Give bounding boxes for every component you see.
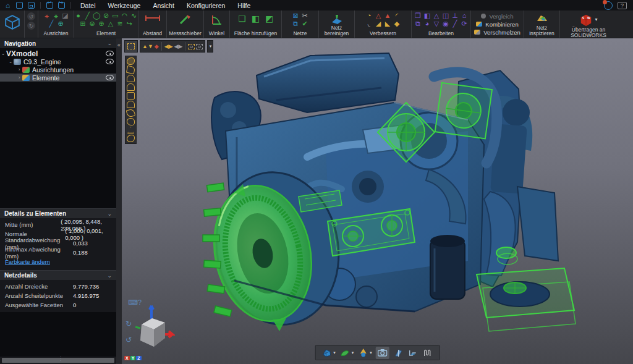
invert-selection-icon[interactable]: ◆ bbox=[155, 44, 159, 49]
element-details-header[interactable]: Details zu Elementen ⌄ bbox=[0, 208, 116, 218]
inspect-mesh-icon[interactable] bbox=[536, 14, 548, 23]
dome-select-tool[interactable] bbox=[127, 75, 135, 82]
add-surface-patch-icon[interactable]: ◩ bbox=[265, 15, 274, 23]
align-plane-icon[interactable]: ◪ bbox=[61, 12, 70, 20]
element-arc-icon[interactable]: ◠ bbox=[121, 12, 129, 20]
add-surface-fill-icon[interactable]: ◧ bbox=[252, 15, 260, 23]
edit-rotate-icon[interactable]: ⟳ bbox=[460, 20, 469, 28]
align-axes-icon[interactable]: ⚹ bbox=[43, 12, 51, 20]
visibility-eye-icon[interactable] bbox=[106, 59, 114, 64]
mesh-copy-icon[interactable]: ⧉ bbox=[291, 20, 300, 28]
select-through-icon[interactable] bbox=[196, 44, 203, 49]
menu-konfigurieren[interactable]: Konfigurieren bbox=[181, 1, 231, 11]
engine-3d-model[interactable] bbox=[122, 38, 633, 364]
solidworks-dropdown-caret[interactable]: ▾ bbox=[595, 17, 597, 22]
half-dome-select-tool[interactable] bbox=[127, 101, 135, 108]
histogram-button[interactable] bbox=[423, 348, 434, 358]
3d-viewport[interactable]: ▲▼ ◆ ◀▶ ◀▶ ▾ bbox=[122, 38, 633, 364]
expand-icon[interactable]: ⌄ bbox=[7, 59, 14, 64]
details-collapse-icon[interactable]: ⌄ bbox=[107, 211, 112, 217]
tree-item-engine[interactable]: ⌄ C9.3_Engine bbox=[0, 57, 116, 66]
element-rectangle-icon[interactable]: ▭ bbox=[111, 12, 120, 20]
camera-view-button[interactable] bbox=[376, 347, 389, 359]
view-navigation-cube[interactable] bbox=[129, 302, 175, 355]
add-surface-icon[interactable]: ❏ bbox=[238, 15, 247, 23]
panel-collapse-strip[interactable]: « bbox=[116, 38, 122, 364]
menu-werkzeuge[interactable]: Werkzeuge bbox=[103, 1, 147, 11]
tree-item-elemente[interactable]: › Elemente bbox=[0, 74, 116, 82]
visibility-eye-icon[interactable] bbox=[106, 51, 114, 56]
surface-display-button[interactable]: ▾ bbox=[339, 348, 354, 358]
improve-decimate-icon[interactable]: ◢ bbox=[374, 20, 383, 28]
merge-item-kombinieren[interactable]: Kombinieren bbox=[476, 21, 518, 28]
element-display-caret[interactable]: ▾ bbox=[370, 350, 372, 355]
edit-pen-icon[interactable]: ╱ bbox=[451, 20, 459, 28]
home-icon[interactable]: ⌂ bbox=[2, 1, 13, 10]
element-sphere-icon[interactable]: ⊕ bbox=[97, 20, 106, 28]
angle-icon[interactable] bbox=[211, 14, 223, 26]
mesh-scissors-icon[interactable]: ✂ bbox=[300, 12, 309, 20]
edit-extend-icon[interactable]: ❐ bbox=[414, 12, 422, 20]
clipping-plane-button[interactable] bbox=[393, 348, 404, 358]
improve-defeature-icon[interactable]: ◆ bbox=[393, 20, 401, 28]
merge-item-verschmelzen[interactable]: Verschmelzen bbox=[474, 29, 520, 36]
navigation-collapse-icon[interactable]: ⌄ bbox=[107, 40, 112, 46]
menu-datei[interactable]: Datei bbox=[75, 1, 101, 11]
edit-boolean-icon[interactable]: ⧉ bbox=[414, 20, 422, 28]
improve-spikes-icon[interactable]: △ bbox=[374, 12, 383, 20]
improve-boundary-icon[interactable]: ◜ bbox=[393, 12, 401, 20]
edit-offset-icon[interactable]: ◧ bbox=[423, 12, 431, 20]
element-cone-icon[interactable]: △ bbox=[106, 20, 115, 28]
improve-outliers-icon[interactable]: ▲ bbox=[383, 12, 392, 20]
brush-select-tool[interactable] bbox=[126, 109, 136, 118]
element-plane-icon[interactable]: ⊞ bbox=[79, 20, 87, 28]
selection-mode-button[interactable] bbox=[124, 40, 138, 53]
improve-refine-icon[interactable]: ◣ bbox=[383, 20, 392, 28]
expand-icon[interactable]: › bbox=[16, 67, 22, 72]
view-cube-icon[interactable] bbox=[4, 14, 20, 30]
edit-sculpt-icon[interactable]: ◕ bbox=[423, 20, 431, 28]
edit-drop-icon[interactable]: ◉ bbox=[441, 20, 450, 28]
mesh-details-header[interactable]: Netzdetails ⌄ bbox=[0, 270, 116, 280]
ribbon-redo-icon[interactable]: ↻ bbox=[27, 22, 35, 30]
mesh-display-caret[interactable]: ▾ bbox=[333, 350, 336, 355]
element-freeform-icon[interactable]: ∿ bbox=[130, 12, 138, 20]
edit-triangle-icon[interactable]: △ bbox=[432, 12, 441, 20]
element-circle-icon[interactable]: ◯ bbox=[93, 12, 101, 20]
rectangle-select-tool[interactable] bbox=[127, 92, 135, 99]
improve-fill-icon[interactable]: ◔ bbox=[365, 12, 373, 20]
cross-section-button[interactable] bbox=[408, 348, 419, 358]
help-chat-icon[interactable]: ? bbox=[618, 2, 627, 9]
element-slot-icon[interactable]: ⊘ bbox=[102, 12, 111, 20]
select-visible-icon[interactable] bbox=[188, 44, 195, 49]
new-file-icon[interactable] bbox=[14, 1, 25, 10]
mesh-delete-icon[interactable]: ⊠ bbox=[291, 12, 300, 20]
redo-icon[interactable] bbox=[56, 1, 67, 10]
meshdetails-collapse-icon[interactable]: ⌄ bbox=[107, 273, 112, 279]
freeform-select-tool[interactable] bbox=[127, 57, 135, 65]
shrink-selection-icon[interactable]: ◀▶ bbox=[174, 44, 183, 49]
mesh-check-icon[interactable]: ✔ bbox=[300, 20, 309, 28]
distance-ruler-icon[interactable] bbox=[145, 15, 160, 21]
improve-smooth-icon[interactable]: ◟ bbox=[365, 20, 373, 28]
arch-select-tool[interactable] bbox=[127, 83, 135, 91]
tree-item-ausrichtungen[interactable]: › Ausrichtungen bbox=[0, 66, 116, 74]
blob-select-tool[interactable] bbox=[127, 118, 135, 125]
element-point-icon[interactable]: ● bbox=[74, 12, 83, 20]
edit-align-icon[interactable]: ⊥ bbox=[451, 12, 459, 20]
selection-options-caret[interactable]: ▾ bbox=[207, 40, 213, 53]
edit-mirror-icon[interactable]: ◫ bbox=[441, 12, 450, 20]
expand-icon[interactable]: › bbox=[16, 75, 22, 80]
undo-icon[interactable] bbox=[45, 1, 55, 10]
element-curve-icon[interactable]: ↪ bbox=[125, 20, 134, 28]
element-cylinder-icon[interactable]: ⊜ bbox=[88, 20, 96, 28]
align-line-icon[interactable]: ╱ bbox=[47, 20, 56, 28]
tree-item-vxmodel[interactable]: ⌄ VXmodel bbox=[0, 49, 116, 57]
ribbon-undo-icon[interactable]: ↺ bbox=[27, 12, 35, 20]
online-services-icon[interactable] bbox=[604, 1, 613, 10]
expand-icon[interactable]: ⌄ bbox=[0, 51, 6, 56]
polyline-select-tool[interactable] bbox=[126, 66, 135, 74]
menu-ansicht[interactable]: Ansicht bbox=[147, 1, 179, 11]
panel-horizontal-scrollbar[interactable] bbox=[0, 357, 116, 364]
save-icon[interactable] bbox=[26, 1, 36, 10]
